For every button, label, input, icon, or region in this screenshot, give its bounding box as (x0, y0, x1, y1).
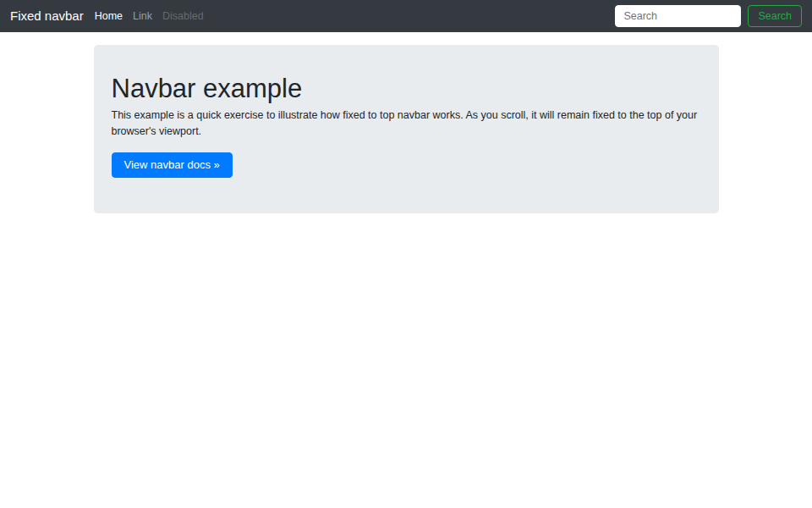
navbar-brand[interactable]: Fixed navbar (10, 0, 84, 32)
navbar-nav: Home Link Disabled (90, 0, 209, 32)
page-title: Navbar example (112, 73, 701, 104)
view-navbar-docs-button[interactable]: View navbar docs » (112, 152, 233, 178)
jumbotron-description: This example is a quick exercise to illu… (112, 108, 701, 140)
nav-item-home[interactable]: Home (90, 10, 128, 22)
search-input[interactable] (615, 5, 741, 27)
nav-item-disabled: Disabled (157, 10, 209, 22)
jumbotron: Navbar example This example is a quick e… (94, 45, 719, 213)
search-button[interactable]: Search (748, 5, 802, 27)
top-navbar: Fixed navbar Home Link Disabled Search (0, 0, 812, 32)
search-form: Search (615, 5, 802, 27)
nav-item-link[interactable]: Link (128, 10, 157, 22)
